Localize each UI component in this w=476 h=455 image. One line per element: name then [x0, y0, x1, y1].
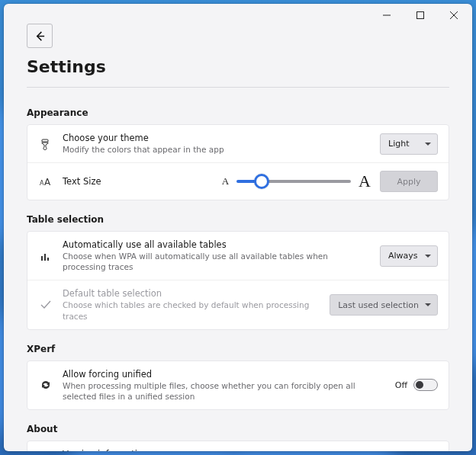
row-default-selection-title: Default table selection — [63, 288, 320, 300]
text-size-big-glyph: A — [359, 171, 371, 191]
svg-rect-9 — [47, 258, 49, 261]
card-table-selection: Automatically use all available tables C… — [27, 231, 449, 330]
text-size-slider[interactable] — [236, 180, 351, 183]
page-title: Settings — [27, 57, 449, 76]
row-version-info: Version information The version informat… — [27, 441, 449, 451]
row-default-selection: Default table selection Choose which tab… — [27, 280, 449, 328]
sync-icon — [38, 379, 53, 391]
text-size-apply-button[interactable]: Apply — [380, 171, 438, 192]
card-about: Version information The version informat… — [27, 441, 449, 451]
svg-text:A: A — [44, 177, 51, 187]
default-selection-dropdown: Last used selection — [330, 294, 438, 316]
svg-rect-7 — [41, 256, 43, 261]
row-theme-subtitle: Modify the colors that appear in the app — [63, 144, 371, 155]
section-title-about: About — [27, 424, 449, 434]
section-title-xperf: XPerf — [27, 344, 449, 354]
window-titlebar — [4, 4, 472, 27]
content-scroll[interactable]: Appearance Choose your theme Modify the … — [4, 88, 472, 451]
card-appearance: Choose your theme Modify the colors that… — [27, 124, 449, 200]
close-button[interactable] — [437, 4, 471, 27]
section-title-table-selection: Table selection — [27, 214, 449, 225]
text-size-icon: AA — [38, 175, 53, 187]
paint-icon — [38, 138, 53, 150]
row-auto-tables-title: Automatically use all available tables — [63, 239, 371, 251]
settings-window: Settings Appearance Choose your theme Mo… — [4, 4, 472, 451]
allow-forcing-toggle[interactable] — [413, 379, 438, 391]
text-size-small-glyph: A — [222, 175, 229, 187]
row-allow-forcing-title: Allow forcing unified — [63, 369, 386, 380]
row-default-selection-subtitle: Choose which tables are checked by defau… — [63, 300, 320, 321]
theme-dropdown[interactable]: Light — [380, 133, 438, 155]
allow-forcing-state-label: Off — [395, 380, 407, 390]
maximize-button[interactable] — [404, 4, 437, 27]
auto-tables-dropdown-value: Always — [388, 251, 418, 261]
card-xperf: Allow forcing unified When processing mu… — [27, 360, 449, 410]
svg-rect-8 — [44, 254, 46, 261]
check-icon — [38, 299, 53, 311]
theme-dropdown-value: Light — [388, 139, 409, 149]
bars-icon — [38, 250, 53, 262]
section-title-appearance: Appearance — [27, 107, 449, 118]
row-version-title: Version information — [63, 449, 342, 451]
svg-rect-1 — [417, 12, 424, 19]
back-button[interactable] — [27, 24, 53, 48]
row-allow-forcing-subtitle: When processing multiple files, choose w… — [63, 380, 386, 402]
row-theme-title: Choose your theme — [63, 133, 371, 144]
row-theme: Choose your theme Modify the colors that… — [27, 125, 449, 162]
auto-tables-dropdown[interactable]: Always — [380, 245, 438, 267]
row-auto-tables-subtitle: Choose when WPA will automatically use a… — [63, 251, 371, 272]
minimize-button[interactable] — [370, 4, 404, 27]
default-selection-dropdown-value: Last used selection — [338, 300, 419, 310]
row-text-size: AA Text Size A A Apply — [27, 162, 449, 200]
row-text-size-title: Text Size — [63, 176, 213, 187]
row-allow-forcing: Allow forcing unified When processing mu… — [27, 361, 449, 409]
row-auto-tables: Automatically use all available tables C… — [27, 232, 449, 280]
